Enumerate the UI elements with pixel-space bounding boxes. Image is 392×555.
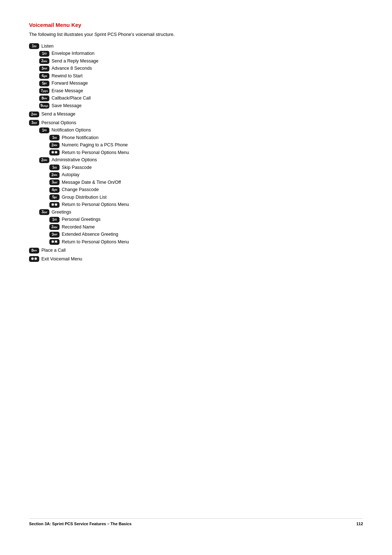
menu-item: 2abcRecorded Name: [49, 224, 363, 231]
item-label: Phone Notification: [62, 135, 98, 141]
menu-item: ✱✱Return to Personal Options Menu: [49, 150, 363, 156]
key-badge: 8tuv: [39, 96, 49, 101]
menu-item: 2abcAdministrative Options: [39, 157, 363, 163]
menu-item: 5jklGroup Distribution List: [49, 194, 363, 201]
key-badge: 163: [49, 217, 60, 223]
menu-item: 3defPersonal Options: [29, 120, 363, 126]
item-label: Erase Message: [52, 88, 83, 94]
key-badge: 163: [29, 43, 39, 49]
menu-item: 7pqrsErase Message: [39, 88, 363, 94]
menu-item: 163Listen: [29, 43, 363, 50]
item-label: Return to Personal Options Menu: [62, 202, 129, 208]
key-badge: 8tuv: [29, 248, 39, 254]
menu-item: 163Personal Greetings: [49, 216, 363, 223]
key-badge: 2abc: [49, 172, 60, 178]
item-label: Notification Options: [52, 127, 91, 134]
key-badge: 163: [49, 165, 60, 170]
menu-item: 8tuvPlace a Call: [29, 247, 363, 254]
footer-right: 112: [356, 522, 363, 526]
key-badge: 3def: [39, 209, 49, 215]
key-badge: 163: [39, 127, 49, 133]
item-label: Place a Call: [41, 247, 66, 254]
key-badge: 2abc: [49, 224, 60, 230]
menu-item: 163Notification Options: [39, 127, 363, 134]
item-label: Return to Personal Options Menu: [62, 150, 129, 156]
key-badge: ✱✱: [49, 150, 60, 155]
item-label: Callback/Place Call: [52, 95, 91, 102]
key-badge: 2abc: [39, 58, 49, 64]
intro-text: The following list illustrates your Spri…: [29, 32, 181, 38]
item-label: Return to Personal Options Menu: [62, 239, 129, 246]
item-label: Save Message: [52, 103, 82, 109]
item-label: Advance 8 Seconds: [52, 65, 92, 72]
menu-item: 3defMessage Date & Time On/Off: [49, 179, 363, 186]
menu-item: 5jklForward Message: [39, 80, 363, 87]
menu-item: 3defGreetings: [39, 209, 363, 216]
menu-item: ✱✱Return to Personal Options Menu: [49, 239, 363, 246]
menu-item: 9wxyzSave Message: [39, 103, 363, 109]
menu-item: 3defExtended Absence Greeting: [49, 231, 363, 238]
menu-item: 163Skip Passcode: [49, 165, 363, 171]
menu-item: 8tuvCallback/Place Call: [39, 95, 363, 102]
menu-tree: 163Listen163Envelope Information2abcSend…: [29, 43, 363, 263]
key-badge: 2abc: [29, 112, 39, 117]
item-label: Greetings: [52, 209, 71, 216]
menu-item: ✱✱Return to Personal Options Menu: [49, 202, 363, 208]
item-label: Change Passcode: [62, 187, 99, 193]
key-badge: 4ghi: [49, 187, 60, 193]
item-label: Forward Message: [52, 80, 88, 87]
key-badge: 5jkl: [49, 194, 60, 200]
key-badge: 3def: [29, 120, 39, 126]
item-label: Send a Reply Message: [52, 58, 98, 65]
menu-item: 2abcAutoplay: [49, 172, 363, 178]
item-label: Extended Absence Greeting: [62, 231, 118, 238]
item-label: Administrative Options: [52, 157, 97, 163]
footer: Section 3A: Sprint PCS Service Features …: [29, 518, 363, 526]
item-label: Personal Greetings: [62, 216, 101, 223]
menu-item: 4ghiRewind to Start: [39, 73, 363, 80]
item-label: Send a Message: [41, 111, 75, 118]
item-label: Envelope Information: [52, 50, 94, 57]
key-badge: 4ghi: [39, 73, 49, 79]
menu-item: 163Envelope Information: [39, 50, 363, 57]
item-label: Numeric Paging to a PCS Phone: [62, 142, 128, 149]
page-title: Voicemail Menu Key: [29, 22, 363, 28]
menu-item: ✱✱Exit Voicemail Menu: [29, 256, 363, 263]
footer-left: Section 3A: Sprint PCS Service Features …: [29, 522, 131, 526]
menu-item: 3defAdvance 8 Seconds: [39, 65, 363, 72]
key-badge: 7pqrs: [39, 88, 49, 94]
key-badge: ✱✱: [49, 239, 60, 245]
item-label: Skip Passcode: [62, 165, 92, 171]
menu-item: 163Phone Notification: [49, 135, 363, 141]
menu-item: 2abcNumeric Paging to a PCS Phone: [49, 142, 363, 149]
menu-item: 2abcSend a Reply Message: [39, 58, 363, 65]
item-label: Autoplay: [62, 172, 79, 178]
item-label: Listen: [41, 43, 53, 50]
key-badge: 163: [39, 51, 49, 57]
key-badge: ✱✱: [49, 202, 60, 208]
key-badge: 5jkl: [39, 81, 49, 86]
item-label: Message Date & Time On/Off: [62, 179, 121, 186]
item-label: Rewind to Start: [52, 73, 82, 80]
key-badge: 3def: [49, 179, 60, 185]
item-label: Exit Voicemail Menu: [41, 256, 82, 263]
menu-item: 4ghiChange Passcode: [49, 187, 363, 193]
menu-item: 2abcSend a Message: [29, 111, 363, 118]
key-badge: 163: [49, 135, 60, 141]
key-badge: 2abc: [49, 142, 60, 148]
item-label: Recorded Name: [62, 224, 95, 231]
key-badge: 3def: [49, 232, 60, 238]
key-badge: 2abc: [39, 157, 49, 163]
key-badge: 3def: [39, 66, 49, 72]
page-content: Voicemail Menu Key The following list il…: [29, 22, 363, 262]
item-label: Group Distribution List: [62, 194, 107, 201]
key-badge: ✱✱: [29, 256, 39, 262]
item-label: Personal Options: [41, 120, 76, 126]
key-badge: 9wxyz: [39, 103, 49, 109]
